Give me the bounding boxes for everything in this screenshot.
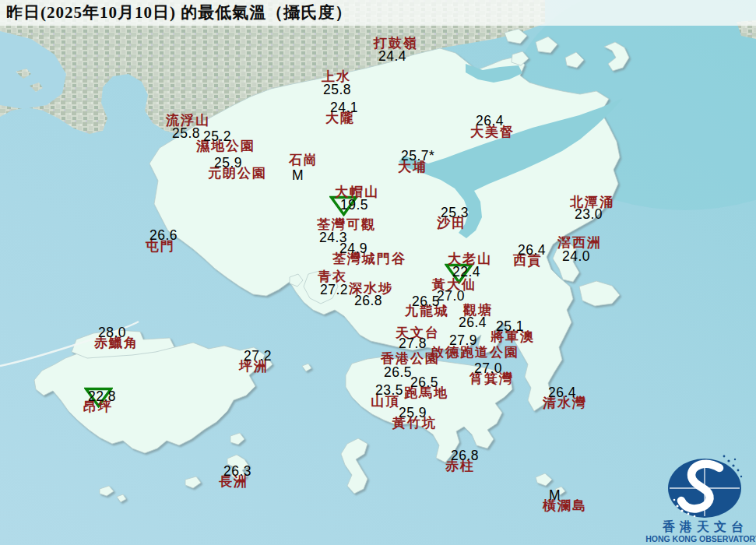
station-temp-value: 26.5: [412, 295, 440, 309]
hko-logo-chinese-name: 香港天文台: [647, 519, 756, 536]
station-name-label: 石崗: [289, 153, 318, 167]
station-temp-value: 26.8: [451, 449, 479, 463]
station-temp-value: 25.9: [214, 156, 242, 171]
station-temp-value: 26.5: [384, 366, 412, 380]
hko-logo-english-name: HONG KONG OBSERVATORY: [645, 534, 756, 543]
station-temp-value: M: [549, 489, 561, 503]
station-temp-value: M: [292, 169, 304, 183]
station-name-label: 香港公園: [381, 352, 440, 365]
station-temp-value: 26.3: [223, 465, 251, 479]
station-temp-value: 27.0: [437, 290, 465, 304]
station-temp-value: 26.8: [354, 294, 382, 308]
station-temp-value: 26.4: [548, 386, 576, 400]
station-temp-value: 19.5: [340, 199, 368, 213]
station-temp-value: 28.0: [98, 326, 126, 340]
station-temp-value: 27.2: [244, 350, 272, 364]
station-temp-value: 24.0: [562, 250, 590, 264]
station-temp-value: 26.4: [459, 316, 487, 330]
station-temp-value: 23.0: [575, 208, 603, 222]
page-title: 昨日(2025年10月10日) 的最低氣溫（攝氏度）: [6, 3, 352, 23]
station-temp-value: 23.5: [375, 384, 403, 398]
station-temp-value: 25.7*: [401, 149, 434, 164]
station-temp-value: 24.4: [378, 50, 406, 64]
station-temp-value: 27.0: [474, 362, 502, 376]
station-temp-value: 24.9: [339, 242, 367, 256]
station-temp-value: 25.3: [441, 206, 469, 220]
station-name-label: 滘西洲: [557, 236, 602, 249]
station-temp-value: 22.8: [88, 390, 116, 404]
station-temp-value: 24.1: [330, 101, 358, 115]
station-temp-value: 26.4: [518, 244, 546, 258]
min-temp-map-page: 打鼓嶺24.4上水25.8大隴24.1流浮山25.8濕地公園25.2元朗公園25…: [0, 0, 756, 545]
station-temp-value: 27.2: [320, 283, 348, 297]
station-temp-value: 26.6: [149, 229, 178, 243]
station-temp-value: 26.5: [410, 376, 438, 390]
station-temp-value: 27.8: [399, 337, 427, 351]
station-temp-value: 25.2: [203, 130, 231, 144]
station-labels-layer: 打鼓嶺24.4上水25.8大隴24.1流浮山25.8濕地公園25.2元朗公園25…: [0, 0, 756, 545]
station-temp-value: 25.1: [496, 320, 524, 334]
station-temp-value: 25.8: [323, 83, 351, 97]
station-temp-value: 26.4: [476, 114, 504, 128]
station-temp-value: 27.9: [449, 334, 477, 348]
station-temp-value: 25.9: [399, 406, 427, 420]
